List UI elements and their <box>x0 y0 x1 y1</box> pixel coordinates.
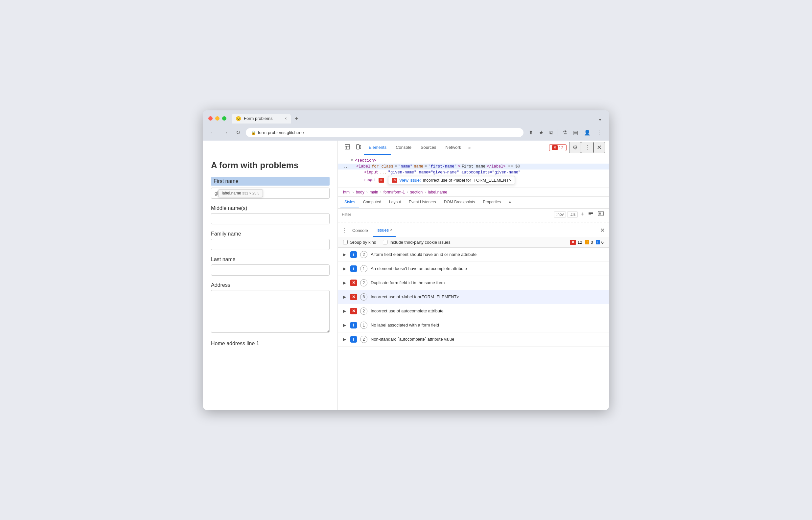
reload-button[interactable]: ↻ <box>233 128 243 137</box>
issue-row-1[interactable]: ▶ i 1 An element doesn't have an autocom… <box>338 262 609 276</box>
issue-text-3: Incorrect use of <label for=FORM_ELEMENT… <box>371 294 604 299</box>
error-count-badge[interactable]: ✕ 12 <box>549 144 566 151</box>
add-style-rule-button[interactable]: + <box>579 210 585 218</box>
minimize-traffic-light[interactable] <box>215 116 220 121</box>
forward-button[interactable]: → <box>221 128 230 137</box>
issues-tab-close[interactable]: × <box>390 228 392 232</box>
issue-row-0[interactable]: ▶ i 2 A form field element should have a… <box>338 248 609 262</box>
issue-text-2: Duplicate form field id in the same form <box>371 280 604 285</box>
new-style-rule-button[interactable] <box>587 210 595 219</box>
breadcrumb-body[interactable]: body <box>355 189 366 195</box>
devtools-panel: Elements Console Sources Network » ✕ 12 … <box>338 140 609 410</box>
group-by-kind-input[interactable] <box>343 240 348 244</box>
breadcrumb-section[interactable]: section <box>409 189 424 195</box>
lab-button[interactable]: ⚗ <box>561 128 569 137</box>
styles-tab-styles[interactable]: Styles <box>340 197 359 208</box>
issue-row-2[interactable]: ▶ ✕ 2 Duplicate form field id in the sam… <box>338 276 609 290</box>
cls-button[interactable]: .cls <box>567 211 578 218</box>
tab-dropdown-button[interactable]: ▾ <box>597 116 604 124</box>
issue-text-4: Incorrect use of autocomplete attribute <box>371 308 604 313</box>
html-panel: ▼ <section> ... <label for class = "name… <box>338 155 609 188</box>
family-name-section: Family name <box>211 231 330 250</box>
devtools-more-button[interactable]: ⋮ <box>581 142 593 153</box>
group-by-kind-checkbox[interactable]: Group by kind <box>343 240 376 245</box>
breadcrumb-label[interactable]: label.name <box>427 189 449 195</box>
warn-count-display: ! 0 <box>585 240 593 245</box>
issue-count-3: 8 <box>360 293 367 301</box>
page-title: A form with problems <box>211 160 330 171</box>
breadcrumb-main[interactable]: main <box>369 189 380 195</box>
address-input[interactable]: 🔒 form-problems.glitch.me <box>246 128 524 137</box>
styles-tab-properties[interactable]: Properties <box>479 197 505 208</box>
tab-elements[interactable]: Elements <box>364 140 391 155</box>
inline-tooltip-text: Incorrect use of <label for=FORM_ELEMENT… <box>423 178 511 183</box>
issue-text-6: Non-standard `autocomplete` attribute va… <box>371 337 604 342</box>
html-line-section: ▼ <section> <box>338 158 609 163</box>
active-tab[interactable]: 🙁 Form problems × <box>232 114 291 124</box>
computed-style-button[interactable] <box>597 210 605 219</box>
more-tabs-button[interactable]: » <box>466 145 473 150</box>
issue-row-3[interactable]: ▶ ✕ 8 Incorrect use of <label for=FORM_E… <box>338 290 609 304</box>
last-name-input[interactable] <box>211 264 330 276</box>
tab-network[interactable]: Network <box>441 140 466 155</box>
family-name-label: Family name <box>211 231 330 237</box>
devtools-tabs: Elements Console Sources Network » <box>364 140 547 155</box>
hov-button[interactable]: :hov <box>554 211 566 218</box>
issue-icon-6: i <box>350 336 357 343</box>
back-button[interactable]: ← <box>208 128 218 137</box>
third-party-input[interactable] <box>383 240 387 244</box>
inline-tooltip-icon: ✕ <box>392 178 397 183</box>
console-tab-item[interactable]: Console <box>349 224 371 237</box>
first-name-label: First name <box>211 177 330 186</box>
styles-tab-event-listeners[interactable]: Event Listeners <box>405 197 440 208</box>
address-textarea[interactable] <box>211 290 330 333</box>
issue-arrow-4: ▶ <box>343 309 347 313</box>
menu-button[interactable]: ⋮ <box>594 128 604 137</box>
middle-name-input[interactable] <box>211 213 330 224</box>
svg-rect-3 <box>357 145 359 149</box>
devtools-settings-button[interactable]: ⚙ <box>569 142 581 153</box>
html-label-text: First name <box>462 164 485 169</box>
tab-sources[interactable]: Sources <box>416 140 441 155</box>
issue-row-5[interactable]: ▶ i 1 No label associated with a form fi… <box>338 318 609 333</box>
styles-more-tabs[interactable]: » <box>505 197 515 208</box>
family-name-input[interactable] <box>211 239 330 250</box>
third-party-label: Include third-party cookie issues <box>389 240 451 245</box>
html-eq3: = <box>425 164 427 169</box>
maximize-traffic-light[interactable] <box>222 116 226 121</box>
styles-tab-layout[interactable]: Layout <box>385 197 405 208</box>
close-traffic-light[interactable] <box>208 116 212 121</box>
svg-rect-7 <box>588 214 591 215</box>
styles-filter-input[interactable] <box>342 212 552 217</box>
issue-row-4[interactable]: ▶ ✕ 2 Incorrect use of autocomplete attr… <box>338 304 609 318</box>
bookmark-button[interactable]: ★ <box>537 128 545 137</box>
issues-tab-item[interactable]: Issues × <box>373 224 396 237</box>
html-attr-for: for <box>372 164 379 169</box>
issue-arrow-0: ▶ <box>343 252 347 257</box>
breadcrumb-form[interactable]: form#form-1 <box>382 189 406 195</box>
device-toolbar-button[interactable] <box>353 142 364 153</box>
collapse-icon[interactable]: ▼ <box>351 159 353 162</box>
styles-tab-computed[interactable]: Computed <box>359 197 385 208</box>
extensions-button[interactable]: ⧉ <box>548 128 555 137</box>
new-tab-button[interactable]: + <box>292 114 301 124</box>
third-party-checkbox[interactable]: Include third-party cookie issues <box>383 240 451 245</box>
inspect-element-button[interactable] <box>342 142 353 153</box>
warn-count-num: 0 <box>590 240 593 245</box>
issues-panel-close-button[interactable]: ✕ <box>600 227 605 234</box>
address-section: Address <box>211 282 330 334</box>
breadcrumb-html[interactable]: html <box>342 189 352 195</box>
html-attr-name: name <box>414 164 423 169</box>
issues-panel: ⋮ Console Issues × ✕ Group by kind <box>338 224 609 410</box>
share-button[interactable]: ⬆ <box>527 128 535 137</box>
styles-tab-dom-breakpoints[interactable]: DOM Breakpoints <box>440 197 479 208</box>
devtools-close-button[interactable]: ✕ <box>593 142 605 153</box>
html-tag-label-end: </label> <box>487 164 506 169</box>
profile-button[interactable]: 👤 <box>582 128 592 137</box>
tab-close-button[interactable]: × <box>285 116 287 121</box>
tab-console[interactable]: Console <box>391 140 416 155</box>
issue-row-6[interactable]: ▶ i 2 Non-standard `autocomplete` attrib… <box>338 333 609 346</box>
error-count-num: 12 <box>577 240 582 245</box>
inline-tooltip-link[interactable]: View issue: <box>399 178 421 183</box>
sidebar-button[interactable]: ▤ <box>571 128 580 137</box>
